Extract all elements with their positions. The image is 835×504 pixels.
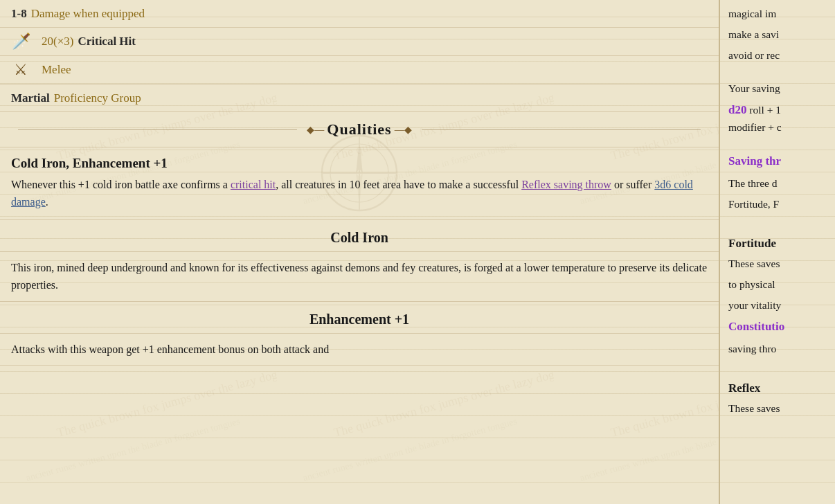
reflex-saving-throw-link[interactable]: Reflex saving throw <box>521 179 611 190</box>
damage-stat-row: 1-8 Damage when equipped <box>0 0 719 28</box>
to-physical-text: to physical <box>728 276 827 293</box>
damage-value: 1-8 <box>11 7 27 21</box>
d20-label: d20 <box>728 103 746 116</box>
critical-hit-link[interactable]: critical hit <box>231 179 276 190</box>
quality-text-part1: Whenever this +1 cold iron battle axe co… <box>11 179 231 190</box>
these-saves2-text: These saves <box>728 400 827 417</box>
right-line3: avoid or rec <box>728 47 827 64</box>
cold-iron-heading: Cold Iron <box>0 220 719 252</box>
constitution-label: Constitutio <box>728 318 827 336</box>
these-saves-text: These saves <box>728 255 827 272</box>
enhancement-text: Attacks with this weapon get +1 enhancem… <box>0 334 719 366</box>
melee-icon: ⚔ <box>11 60 30 80</box>
damage-label: Damage when equipped <box>31 7 145 21</box>
reflex-label: Reflex <box>728 379 827 397</box>
right-line8: Fortitude, F <box>728 196 827 213</box>
critical-hit-row: 🗡️ 20(×3) Critical Hit <box>0 28 719 56</box>
left-panel: 1-8 Damage when equipped 🗡️ 20(×3) Criti… <box>0 0 720 504</box>
right-line1: magical im <box>728 6 827 22</box>
quality-cold-iron-text: Whenever this +1 cold iron battle axe co… <box>11 177 708 211</box>
saving-throw-abbr: saving thro <box>728 341 827 357</box>
critical-hit-icon: 🗡️ <box>11 32 30 51</box>
quality-text-part4: . <box>46 196 48 208</box>
fortitude-label: Fortitude <box>728 235 827 253</box>
cold-iron-text: This iron, mined deep underground and kn… <box>0 252 719 302</box>
attacks-link[interactable]: Attacks <box>11 343 45 355</box>
quality-cold-iron-block: Cold Iron, Enhancement +1 Whenever this … <box>0 147 719 220</box>
melee-row: ⚔ Melee <box>0 56 719 84</box>
right-d20-line: d20 roll + 1 <box>728 101 827 119</box>
qualities-divider: ◆— Qualities —◆ <box>0 112 719 147</box>
qualities-heading: Qualities <box>327 120 391 138</box>
right-line5: roll + 1 <box>746 104 781 116</box>
critical-hit-label: Critical Hit <box>78 35 136 48</box>
enhancement-text-rest: with this weapon get +1 enhancement bonu… <box>45 343 329 355</box>
quality-text-part2: , all creatures in 10 feet area have to … <box>276 179 521 190</box>
critical-hit-multiplier: 20(×3) <box>42 35 73 48</box>
left-arrow-icon: ◆— <box>307 124 324 136</box>
right-line6: modifier + c <box>728 119 827 136</box>
saving-thr-label: Saving thr <box>728 152 827 170</box>
your-vitality-text: your vitality <box>728 297 827 314</box>
proficiency-group: Proficiency Group <box>54 91 141 105</box>
melee-label: Melee <box>42 63 71 77</box>
right-arrow-icon: —◆ <box>395 124 412 136</box>
quality-text-part3: or suffer <box>611 179 654 190</box>
right-line4: Your saving <box>728 80 827 97</box>
proficiency-martial: Martial <box>11 91 50 105</box>
right-line2: make a savi <box>728 26 827 43</box>
right-line7: The three d <box>728 175 827 192</box>
proficiency-row: Martial Proficiency Group <box>0 84 719 112</box>
enhancement-heading: Enhancement +1 <box>0 302 719 334</box>
quality-cold-iron-title: Cold Iron, Enhancement +1 <box>11 156 708 171</box>
right-panel: magical im make a savi avoid or rec Your… <box>720 0 835 504</box>
